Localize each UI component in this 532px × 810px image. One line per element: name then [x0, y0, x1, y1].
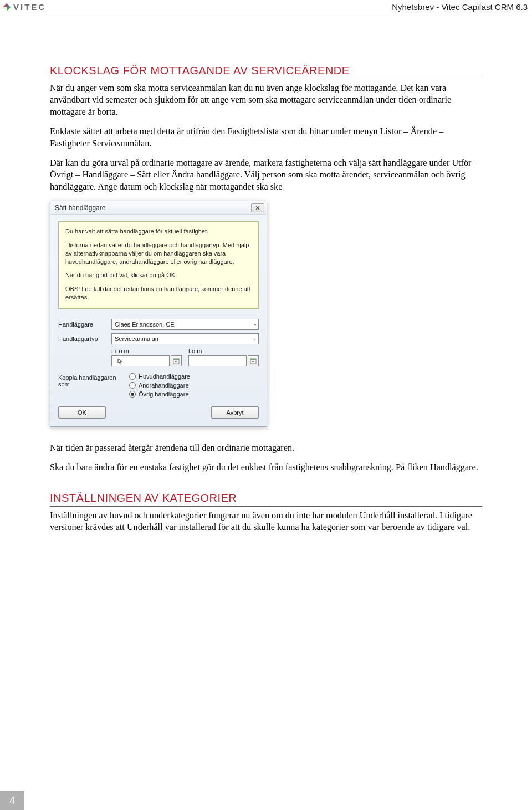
select-value: Serviceanmälan — [115, 335, 158, 342]
logo-text: VITEC — [13, 2, 46, 12]
radio-icon — [129, 373, 136, 380]
dialog-info-panel: Du har valt att sätta handläggare för ak… — [58, 221, 259, 309]
body-paragraph: När du anger vem som ska motta servicean… — [50, 83, 482, 118]
select-handlaggare[interactable]: Claes Erlandsson, CE ⌄ — [111, 319, 259, 330]
info-text: I listorna nedan väljer du handläggare o… — [65, 241, 252, 266]
calendar-icon — [250, 358, 257, 364]
radio-andrahandlaggare[interactable]: Andrahandläggare — [129, 382, 190, 389]
logo-icon — [2, 3, 11, 12]
svg-rect-6 — [252, 361, 253, 362]
label-from: Fr o m — [111, 348, 182, 354]
input-from-date[interactable] — [111, 355, 170, 366]
svg-rect-2 — [175, 361, 176, 362]
page-header-bar: VITEC Nyhetsbrev - Vitec Capifast CRM 6.… — [0, 0, 532, 14]
row-handlaggartyp: Handläggartyp Serviceanmälan ⌄ — [58, 333, 259, 344]
svg-rect-1 — [173, 359, 179, 360]
cursor-icon — [117, 358, 123, 366]
label-tom: t o m — [188, 348, 259, 354]
svg-rect-7 — [253, 361, 254, 362]
dialog-satt-handlaggare: Sätt handläggare Du har valt att sätta h… — [50, 201, 267, 427]
input-tom-date[interactable] — [188, 355, 247, 366]
button-label: OK — [78, 409, 86, 416]
label-handlaggartyp: Handläggartyp — [58, 335, 111, 342]
radio-huvudhandlaggare[interactable]: Huvudhandläggare — [129, 373, 190, 380]
col-from: Fr o m — [111, 348, 182, 366]
body-paragraph: Inställningen av huvud och underkategori… — [50, 510, 482, 534]
calendar-button[interactable] — [248, 355, 259, 366]
radio-ovrighandlaggare[interactable]: Övrig handläggare — [129, 391, 190, 398]
row-handlaggare: Handläggare Claes Erlandsson, CE ⌄ — [58, 319, 259, 330]
label-handlaggare: Handläggare — [58, 321, 111, 328]
radio-label: Huvudhandläggare — [139, 373, 190, 380]
header-title: Nyhetsbrev - Vitec Capifast CRM 6.3 — [392, 2, 528, 12]
dialog-title: Sätt handläggare — [55, 204, 105, 212]
radio-icon — [129, 382, 136, 389]
logo: VITEC — [2, 2, 46, 12]
select-value: Claes Erlandsson, CE — [115, 321, 175, 328]
info-text: När du har gjort ditt val, klickar du på… — [65, 271, 252, 279]
chevron-down-icon: ⌄ — [253, 322, 257, 327]
svg-rect-3 — [176, 361, 177, 362]
radio-group-koppla: Koppla handläggaren som Huvudhandläggare… — [58, 373, 259, 398]
calendar-icon — [173, 358, 180, 364]
row-dates: Fr o m — [111, 348, 259, 366]
body-paragraph: Där kan du göra urval på ordinarie motta… — [50, 157, 482, 193]
dialog-button-row: OK Avbryt — [58, 406, 259, 419]
ok-button[interactable]: OK — [58, 406, 106, 419]
body-paragraph: Ska du bara ändra för en enstaka fastigh… — [50, 462, 482, 473]
cancel-button[interactable]: Avbryt — [211, 406, 259, 419]
dialog-form: Handläggare Claes Erlandsson, CE ⌄ Handl… — [58, 319, 259, 419]
chevron-down-icon: ⌄ — [253, 336, 257, 341]
button-label: Avbryt — [227, 409, 244, 416]
info-text: Du har valt att sätta handläggare för ak… — [65, 227, 252, 236]
label-koppla: Koppla handläggaren som — [58, 373, 129, 388]
body-paragraph: Enklaste sättet att arbeta med detta är … — [50, 126, 482, 150]
calendar-button[interactable] — [171, 355, 182, 366]
close-icon[interactable] — [251, 203, 264, 212]
radio-label: Andrahandläggare — [139, 382, 189, 389]
section-heading-kategorier: INSTÄLLNINGEN AV KATEGORIER — [50, 492, 482, 507]
dialog-body: Du har valt att sätta handläggare för ak… — [50, 215, 267, 426]
radio-icon — [129, 391, 136, 398]
page-content: KLOCKSLAG FÖR MOTTAGANDE AV SERVICEÄREND… — [0, 14, 532, 533]
select-handlaggartyp[interactable]: Serviceanmälan ⌄ — [111, 333, 259, 344]
dialog-titlebar: Sätt handläggare — [50, 201, 267, 215]
page-number: 4 — [0, 791, 24, 810]
body-paragraph: När tiden är passerad återgår ärendena t… — [50, 442, 482, 454]
svg-rect-5 — [250, 359, 256, 360]
info-text: OBS! I de fall där det redan finns en ha… — [65, 285, 252, 302]
section-heading-klockslag: KLOCKSLAG FÖR MOTTAGANDE AV SERVICEÄREND… — [50, 64, 482, 79]
radio-label: Övrig handläggare — [139, 391, 189, 398]
col-tom: t o m — [188, 348, 259, 366]
